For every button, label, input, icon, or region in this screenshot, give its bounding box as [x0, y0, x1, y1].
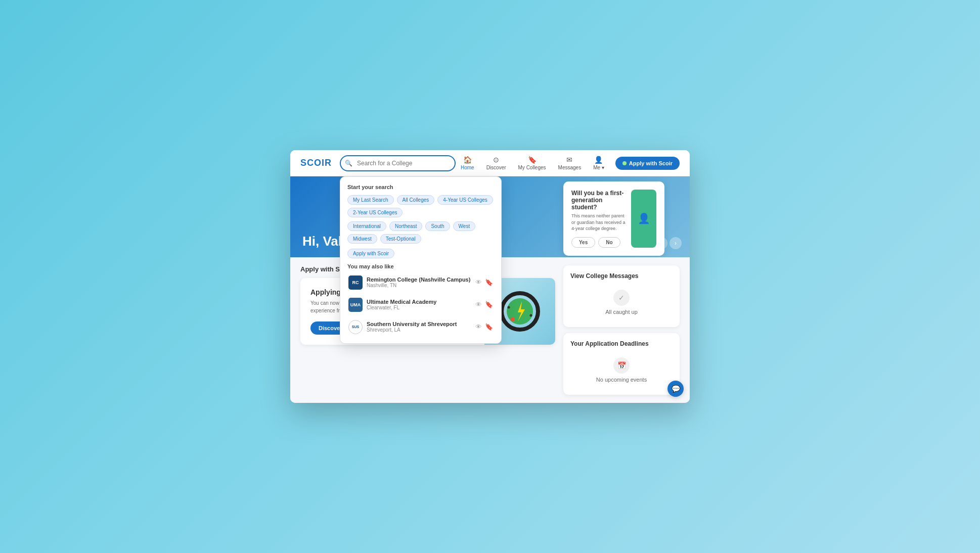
- chip-northeast[interactable]: Northeast: [389, 221, 422, 231]
- discover-icon: ⊙: [493, 156, 499, 164]
- no-events-section: 📅 No upcoming events: [570, 352, 673, 388]
- check-circle-icon: ✓: [613, 290, 630, 306]
- college-item-uma: UMA Ultimate Medical Academy Clearwater,…: [347, 296, 494, 314]
- chat-bubble-button[interactable]: 💬: [667, 381, 684, 397]
- chip-4year[interactable]: 4-Year US Colleges: [437, 195, 493, 205]
- chip-test-optional[interactable]: Test-Optional: [380, 234, 421, 244]
- search-wrapper: 🔍 Start your search My Last Search All C…: [340, 155, 456, 171]
- svg-point-3: [508, 306, 510, 309]
- earth-illustration: [500, 291, 540, 332]
- first-gen-desc: This means neither parent or guardian ha…: [571, 213, 626, 232]
- college-name-rc: Remington College (Nashville Campus): [367, 276, 471, 283]
- college-item-rc: RC Remington College (Nashville Campus) …: [347, 273, 494, 292]
- you-may-also-like-label: You may also like: [347, 263, 494, 269]
- college-name-uma: Ultimate Medical Academy: [367, 299, 471, 305]
- messages-icon: ✉: [566, 156, 572, 164]
- chip-2year[interactable]: 2-Year US Colleges: [347, 208, 403, 217]
- svg-point-4: [530, 314, 532, 317]
- first-gen-title: Will you be a first-generation student?: [571, 190, 626, 211]
- bookmark-icon-uma[interactable]: 🔖: [485, 301, 493, 308]
- college-logo-uma: UMA: [348, 298, 363, 312]
- apply-with-scoir-button[interactable]: Apply with Scoir: [615, 157, 680, 170]
- first-gen-buttons: Yes No: [571, 237, 626, 248]
- start-your-search-label: Start your search: [347, 184, 494, 190]
- bookmark-icon-rc[interactable]: 🔖: [485, 279, 493, 286]
- caught-up-label: All caught up: [605, 309, 638, 315]
- college-actions-sus: 👁 🔖: [475, 323, 493, 331]
- college-name-sus: Southern University at Shreveport: [367, 321, 471, 327]
- college-logo-rc: RC: [348, 275, 363, 290]
- calendar-icon: 📅: [613, 357, 630, 374]
- svg-point-5: [511, 317, 515, 321]
- bookmark-icon-sus[interactable]: 🔖: [485, 323, 493, 331]
- college-info-rc: Remington College (Nashville Campus) Nas…: [367, 276, 471, 288]
- deadlines-card: Your Application Deadlines 📅 No upcoming…: [563, 333, 680, 395]
- nav-messages[interactable]: ✉ Messages: [553, 154, 587, 172]
- first-gen-icon: 👤: [631, 190, 656, 248]
- chips-row-3: Apply with Scoir: [347, 248, 494, 258]
- search-input[interactable]: [340, 155, 456, 171]
- college-suggestions-list: RC Remington College (Nashville Campus) …: [347, 273, 494, 336]
- my-colleges-icon: 🔖: [528, 156, 537, 164]
- college-location-sus: Shreveport, LA: [367, 327, 471, 333]
- college-info-sus: Southern University at Shreveport Shreve…: [367, 321, 471, 333]
- view-icon-sus[interactable]: 👁: [475, 323, 482, 331]
- messages-card-title: View College Messages: [570, 272, 673, 280]
- chip-my-last-search[interactable]: My Last Search: [347, 195, 393, 205]
- nav-my-colleges[interactable]: 🔖 My Colleges: [513, 154, 551, 172]
- first-gen-card: Will you be a first-generation student? …: [563, 181, 664, 256]
- nav-my-colleges-label: My Colleges: [518, 165, 546, 170]
- view-icon-rc[interactable]: 👁: [475, 279, 482, 286]
- college-actions-uma: 👁 🔖: [475, 301, 493, 308]
- caught-up-section: ✓ All caught up: [570, 285, 673, 320]
- search-icon: 🔍: [345, 160, 352, 167]
- chips-row-2: International Northeast South West Midwe…: [347, 221, 494, 244]
- nav-items: 🏠 Home ⊙ Discover 🔖 My Colleges ✉ Messag…: [456, 154, 680, 172]
- home-icon: 🏠: [463, 156, 472, 164]
- search-dropdown: Start your search My Last Search All Col…: [340, 176, 502, 344]
- no-button[interactable]: No: [598, 237, 620, 248]
- nav-discover-label: Discover: [486, 165, 506, 170]
- apply-btn-dot: [622, 161, 627, 165]
- chips-row-1: My Last Search All Colleges 4-Year US Co…: [347, 195, 494, 217]
- nav-home-label: Home: [461, 165, 474, 170]
- first-gen-text: Will you be a first-generation student? …: [571, 190, 626, 248]
- chip-midwest[interactable]: Midwest: [347, 234, 377, 244]
- chip-all-colleges[interactable]: All Colleges: [397, 195, 435, 205]
- nav-messages-label: Messages: [558, 165, 582, 170]
- apply-btn-label: Apply with Scoir: [629, 160, 673, 166]
- nav-me-label: Me ▾: [593, 165, 604, 170]
- no-events-label: No upcoming events: [596, 377, 647, 383]
- chip-west[interactable]: West: [453, 221, 476, 231]
- nav-discover[interactable]: ⊙ Discover: [481, 154, 511, 172]
- college-logo-sus: SUS: [348, 320, 363, 334]
- messages-card: View College Messages ✓ All caught up: [563, 265, 680, 327]
- college-actions-rc: 👁 🔖: [475, 279, 493, 286]
- chip-south[interactable]: South: [425, 221, 450, 231]
- chip-international[interactable]: International: [347, 221, 386, 231]
- chip-apply-with-scoir[interactable]: Apply with Scoir: [347, 249, 394, 258]
- nav-me[interactable]: 👤 Me ▾: [588, 154, 609, 172]
- right-sidebar: View College Messages ✓ All caught up Yo…: [563, 265, 680, 395]
- logo: SCOIR: [300, 158, 332, 168]
- view-icon-uma[interactable]: 👁: [475, 301, 482, 308]
- college-info-uma: Ultimate Medical Academy Clearwater, FL: [367, 299, 471, 310]
- hero-next-arrow[interactable]: ›: [670, 237, 682, 249]
- college-item-sus: SUS Southern University at Shreveport Sh…: [347, 318, 494, 336]
- nav-bar: SCOIR 🔍 Start your search My Last Search…: [290, 150, 690, 176]
- college-location-uma: Clearwater, FL: [367, 305, 471, 310]
- deadlines-card-title: Your Application Deadlines: [570, 340, 673, 347]
- me-icon: 👤: [594, 156, 603, 164]
- nav-home[interactable]: 🏠 Home: [456, 154, 479, 172]
- yes-button[interactable]: Yes: [571, 237, 595, 248]
- college-location-rc: Nashville, TN: [367, 283, 471, 288]
